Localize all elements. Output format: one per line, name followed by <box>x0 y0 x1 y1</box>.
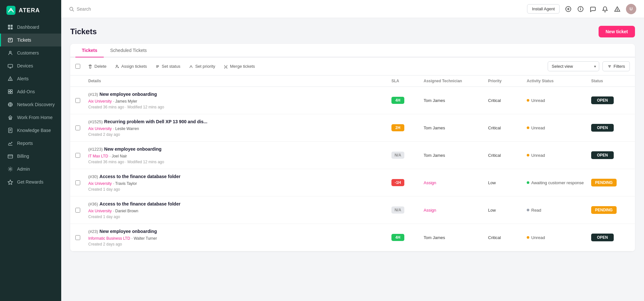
ticket-org-line: Aix University · Travis Taylor <box>88 180 391 186</box>
search-area[interactable]: Search <box>69 6 91 12</box>
set-priority-button[interactable]: Set priority <box>185 62 219 71</box>
activity-status-cell: Unread <box>527 153 591 158</box>
table-row[interactable]: (#1525) Recurring problem with Dell XP 1… <box>70 114 635 142</box>
svg-point-13 <box>10 80 11 80</box>
ticket-details: (#36) Access to the finance database fol… <box>88 201 391 219</box>
toolbar: Delete Assign tickets Set status Se <box>75 57 630 75</box>
svg-point-30 <box>70 7 73 10</box>
svg-rect-15 <box>11 90 12 91</box>
chat-icon[interactable] <box>589 5 596 13</box>
activity-dot <box>527 126 529 129</box>
table-row[interactable]: (#30) Access to the finance database fol… <box>70 169 635 196</box>
sla-cell: 4H <box>391 234 424 241</box>
activity-label: Unread <box>531 125 545 130</box>
assign-link[interactable]: Assign <box>424 208 436 213</box>
filters-button[interactable]: Filters <box>602 61 630 71</box>
activity-dot <box>527 99 529 102</box>
tab-scheduled[interactable]: Scheduled Tickets <box>104 44 153 57</box>
activity-label: Read <box>531 208 541 213</box>
tab-tickets[interactable]: Tickets <box>75 44 104 57</box>
ticket-meta: Created 1 day ago <box>88 187 391 192</box>
sla-badge: N/A <box>391 152 404 159</box>
assign-link[interactable]: Assign <box>424 180 436 185</box>
technician-cell: Assign <box>424 207 488 213</box>
sidebar-item-knowledge-base[interactable]: Knowledge Base <box>0 124 61 137</box>
sidebar-item-devices[interactable]: Devices <box>0 59 61 72</box>
row-checkbox[interactable] <box>75 208 80 213</box>
sla-cell: 2H <box>391 124 424 131</box>
table-row[interactable]: (#1223) New employee onboarding IT Max L… <box>70 142 635 169</box>
sidebar-item-network-discovery[interactable]: Network Discovery <box>0 98 61 111</box>
avatar[interactable]: U <box>626 4 636 14</box>
ticket-id: (#1525) <box>88 119 103 124</box>
technician-name: Tom James <box>424 125 445 130</box>
ticket-org-line: Aix University · Leslie Warren <box>88 125 391 131</box>
assign-tickets-button[interactable]: Assign tickets <box>111 62 151 71</box>
activity-label: Unread <box>531 153 545 158</box>
row-checkbox-cell <box>75 125 88 130</box>
ticket-details: (#1525) Recurring problem with Dell XP 1… <box>88 119 391 137</box>
rewards-icon <box>7 179 13 185</box>
delete-button[interactable]: Delete <box>84 62 111 71</box>
row-checkbox[interactable] <box>75 125 80 130</box>
tickets-icon <box>7 37 13 43</box>
warning-icon[interactable] <box>614 5 621 13</box>
ticket-title: Access to the finance database folder <box>100 201 180 206</box>
row-checkbox[interactable] <box>75 180 80 185</box>
knowledge-icon <box>7 127 13 133</box>
sidebar-item-reports[interactable]: Reports <box>0 137 61 150</box>
sidebar-item-admin[interactable]: Admin <box>0 163 61 176</box>
select-all-checkbox[interactable] <box>75 64 80 69</box>
logo-text: ATERA <box>19 7 40 14</box>
sidebar-item-customers[interactable]: Customers <box>0 46 61 59</box>
ticket-details: (#1223) New employee onboarding IT Max L… <box>88 146 391 164</box>
sidebar-item-wfh[interactable]: Work From Home <box>0 111 61 124</box>
tips-icon[interactable] <box>577 5 584 13</box>
sidebar-item-dashboard[interactable]: Dashboard <box>0 21 61 34</box>
sidebar-item-addons[interactable]: Add-Ons <box>0 85 61 98</box>
table-row[interactable]: (#36) Access to the finance database fol… <box>70 196 635 224</box>
row-checkbox-cell <box>75 235 88 240</box>
table-row[interactable]: (#23) New employee onboarding Informatic… <box>70 224 635 251</box>
tabs: Tickets Scheduled Tickets <box>70 44 635 57</box>
ticket-title-line: (#13) New employee onboarding <box>88 91 391 97</box>
row-checkbox[interactable] <box>75 98 80 103</box>
sidebar-logo[interactable]: ATERA <box>0 0 61 21</box>
sidebar-item-get-rewards[interactable]: Get Rewards <box>0 176 61 188</box>
sidebar-item-alerts[interactable]: Alerts <box>0 72 61 85</box>
search-icon <box>69 6 74 12</box>
sla-badge: 4H <box>391 234 404 241</box>
activity-status-cell: Read <box>527 208 591 213</box>
merge-tickets-button[interactable]: Merge tickets <box>220 62 259 71</box>
svg-point-39 <box>617 10 618 11</box>
delete-label: Delete <box>94 64 107 69</box>
ticket-person: · Joel Nair <box>110 154 127 158</box>
row-checkbox-cell <box>75 180 88 185</box>
add-icon[interactable] <box>565 5 572 13</box>
sidebar-item-billing[interactable]: Billing <box>0 150 61 163</box>
ticket-title: Access to the finance database folder <box>100 174 180 179</box>
activity-status-cell: Unread <box>527 98 591 103</box>
priority-cell: Low <box>488 180 527 185</box>
status-badge: OPEN <box>591 151 614 159</box>
ticket-id: (#1223) <box>88 147 103 152</box>
new-ticket-button[interactable]: New ticket <box>599 26 635 37</box>
header-activity: Activity Status <box>527 79 591 83</box>
sidebar-item-tickets[interactable]: Tickets <box>0 34 61 46</box>
svg-point-40 <box>116 65 117 66</box>
select-view-dropdown[interactable]: Select view <box>548 61 599 71</box>
ticket-org: Aix University <box>88 126 112 131</box>
sidebar: ATERA Dashboard Tickets Customers Device… <box>0 0 61 301</box>
set-status-button[interactable]: Set status <box>151 62 184 71</box>
technician-name: Tom James <box>424 98 445 103</box>
row-checkbox[interactable] <box>75 235 80 240</box>
row-checkbox[interactable] <box>75 153 80 158</box>
bell-icon[interactable] <box>601 5 609 13</box>
status-cell: PENDING <box>591 179 630 186</box>
table-row[interactable]: (#13) New employee onboarding Aix Univer… <box>70 87 635 114</box>
priority-icon <box>189 64 193 69</box>
header-priority: Priority <box>488 79 527 83</box>
ticket-org: Aix University <box>88 181 112 186</box>
sidebar-item-label: Devices <box>17 63 33 68</box>
install-agent-button[interactable]: Install Agent <box>527 4 560 14</box>
